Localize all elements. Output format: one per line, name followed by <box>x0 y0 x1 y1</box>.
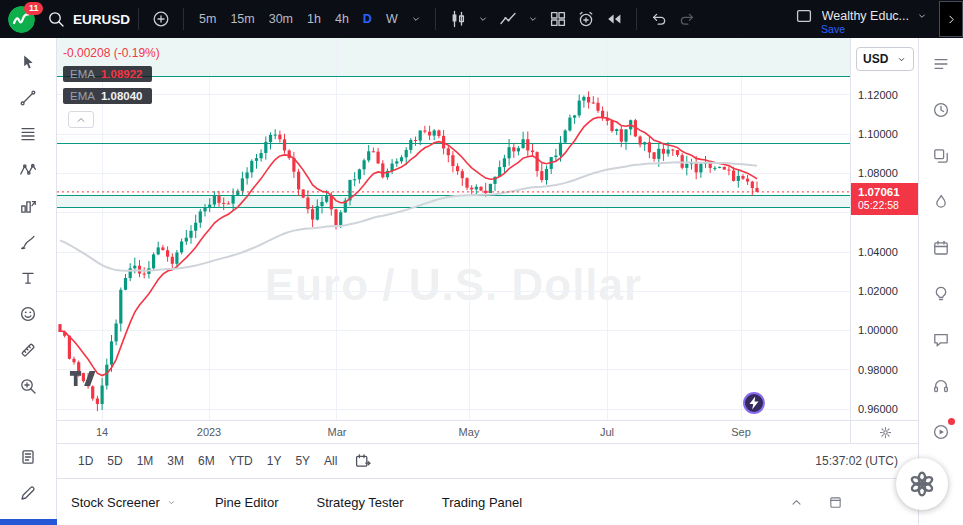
trend-line-tool-button[interactable] <box>11 84 45 112</box>
indicators-button[interactable] <box>494 0 522 38</box>
range-all[interactable]: All <box>317 450 344 472</box>
tabs-group: Stock ScreenerPine EditorStrategy Tester… <box>71 495 522 510</box>
chatgpt-overlay-button[interactable] <box>896 458 948 510</box>
tab-strategy-tester[interactable]: Strategy Tester <box>316 495 403 510</box>
collapse-panel-button[interactable] <box>939 1 963 37</box>
go-to-date-button[interactable] <box>354 452 372 470</box>
text-tool-button[interactable] <box>11 264 45 292</box>
xabcd-pattern-tool-button[interactable] <box>11 156 45 184</box>
fib-retracement-tool-button[interactable] <box>11 120 45 148</box>
brush-tool-button[interactable] <box>11 228 45 256</box>
calendar-go-icon <box>354 452 372 470</box>
timeframe-5m[interactable]: 5m <box>192 6 223 32</box>
zoom-in-icon <box>19 377 37 395</box>
price-axis-label: 1.10000 <box>858 128 898 140</box>
app-logo[interactable]: 11 <box>8 6 35 33</box>
price-axis-label: 1.02000 <box>858 285 898 297</box>
range-3m[interactable]: 3M <box>160 450 191 472</box>
open-panel-button[interactable] <box>784 495 809 510</box>
chevron-right-icon <box>945 13 958 26</box>
collapse-legend-button[interactable] <box>68 111 94 128</box>
layout-name[interactable]: Wealthy Educ... <box>822 9 909 23</box>
symbol-search[interactable]: EURUSD <box>47 10 130 28</box>
compare-add-button[interactable] <box>147 0 175 38</box>
alarm-clock-icon <box>577 10 595 28</box>
undo-button[interactable] <box>645 0 673 38</box>
currency-select[interactable]: USD <box>856 47 914 71</box>
range-5d[interactable]: 5D <box>100 450 129 472</box>
indicators-menu-button[interactable] <box>522 0 544 38</box>
chevron-down-icon <box>166 497 177 508</box>
chart-type-menu-button[interactable] <box>472 0 494 38</box>
save-layout-button[interactable] <box>790 0 818 35</box>
object-tree-button[interactable] <box>11 443 45 471</box>
indicator-label: EMA <box>70 90 95 102</box>
range-5y[interactable]: 5Y <box>288 450 317 472</box>
timeframe-30m[interactable]: 30m <box>262 6 300 32</box>
watchlist-button[interactable] <box>924 46 958 82</box>
multichart-layout-button[interactable] <box>544 0 572 38</box>
tab-trading-panel[interactable]: Trading Panel <box>442 495 522 510</box>
range-6m[interactable]: 6M <box>191 450 222 472</box>
timeframe-w[interactable]: W <box>379 6 405 32</box>
redo-button[interactable] <box>673 0 701 38</box>
chart-area: Euro / U.S. Dollar -0.00208 (-0.19%) EMA… <box>57 38 850 420</box>
chevron-down-icon <box>916 10 928 22</box>
time-axis-label: 2023 <box>197 426 221 438</box>
save-button[interactable]: Save <box>821 23 845 35</box>
drawing-toolbar <box>0 38 57 519</box>
axis-settings-corner[interactable] <box>851 420 919 443</box>
indicator-legend-row[interactable]: EMA 1.08040 <box>63 88 152 104</box>
chevron-down-icon <box>477 13 489 25</box>
indicator-value: 1.08922 <box>101 68 143 80</box>
indicator-legend-row[interactable]: EMA 1.08922 <box>63 66 152 82</box>
ideas-button[interactable] <box>924 276 958 312</box>
measure-tool-button[interactable] <box>11 336 45 364</box>
price-axis[interactable]: USD 1.120001.100001.080001.040001.020001… <box>850 38 918 443</box>
emoji-icon <box>19 305 37 323</box>
streams-button[interactable] <box>924 414 958 450</box>
data-window-button[interactable] <box>924 138 958 174</box>
forecast-tool-button[interactable] <box>11 192 45 220</box>
tab-label: Pine Editor <box>215 495 279 510</box>
time-axis[interactable]: 142023MarMayJulSep <box>57 420 850 443</box>
events-lightning-badge[interactable] <box>743 392 765 414</box>
last-price-badge: 1.07061 05:22:58 <box>851 183 919 215</box>
bar-replay-button[interactable] <box>600 0 628 38</box>
layout-menu-button[interactable] <box>911 0 933 35</box>
support-button[interactable] <box>924 368 958 404</box>
timeframe-4h[interactable]: 4h <box>328 6 356 32</box>
bulb-icon <box>932 285 950 303</box>
create-alert-button[interactable] <box>572 0 600 38</box>
range-1y[interactable]: 1Y <box>260 450 289 472</box>
utc-clock[interactable]: 15:37:02 (UTC) <box>815 454 898 468</box>
chat-button[interactable] <box>924 322 958 358</box>
chevron-down-icon <box>410 13 422 25</box>
range-ytd[interactable]: YTD <box>222 450 260 472</box>
undo-icon <box>650 10 668 28</box>
maximize-panel-button[interactable] <box>823 495 848 510</box>
emoji-tool-button[interactable] <box>11 300 45 328</box>
hotlists-button[interactable] <box>924 184 958 220</box>
timeframe-menu-button[interactable] <box>405 0 427 38</box>
symbol-change: -0.00208 (-0.19%) <box>63 46 160 60</box>
drawings-panel-button[interactable] <box>11 479 45 507</box>
live-badge <box>948 418 955 425</box>
chart-canvas[interactable] <box>57 38 850 420</box>
economic-calendar-button[interactable] <box>924 230 958 266</box>
range-1m[interactable]: 1M <box>130 450 161 472</box>
tradingview-watermark-logo[interactable] <box>69 369 97 392</box>
bottom-panel-tabs: Stock ScreenerPine EditorStrategy Tester… <box>57 478 918 525</box>
layout-group: Wealthy Educ... <box>790 0 933 35</box>
tab-stock-screener[interactable]: Stock Screener <box>71 495 177 510</box>
cursor-tool-button[interactable] <box>11 48 45 76</box>
timeframe-1h[interactable]: 1h <box>300 6 328 32</box>
timeframe-d[interactable]: D <box>356 6 379 32</box>
tab-pine-editor[interactable]: Pine Editor <box>215 495 279 510</box>
chart-type-button[interactable] <box>444 0 472 38</box>
zoom-tool-button[interactable] <box>11 372 45 400</box>
timeframe-15m[interactable]: 15m <box>223 6 261 32</box>
divider <box>636 8 637 30</box>
range-1d[interactable]: 1D <box>71 450 100 472</box>
alerts-button[interactable] <box>924 92 958 128</box>
